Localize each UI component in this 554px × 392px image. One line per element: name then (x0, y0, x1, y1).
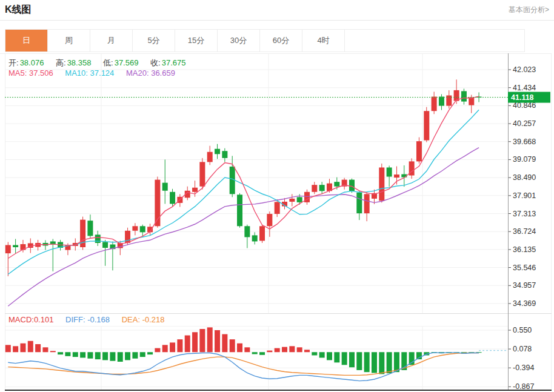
macd-histogram-bar (170, 342, 175, 352)
macd-histogram-bar (73, 352, 78, 357)
price-tick-label: 41.434 (513, 84, 536, 92)
macd-histogram-bar (20, 344, 25, 352)
candle-body (13, 245, 18, 247)
macd-histogram-bar (207, 327, 213, 352)
candle-body (132, 226, 138, 231)
macd-histogram-bar (185, 336, 190, 353)
macd-histogram-bar (50, 351, 56, 352)
price-tick-label: 37.901 (513, 191, 536, 200)
macd-histogram-bar (147, 352, 153, 354)
dea-line (8, 353, 479, 376)
macd-histogram-bar (356, 352, 362, 370)
candle-body (162, 183, 168, 191)
kline-chart-canvas[interactable]: 42.02341.43440.84640.25739.66839.07938.4… (0, 0, 554, 392)
macd-histogram-bar (379, 352, 384, 374)
candle-body (252, 235, 258, 241)
macd-histogram-bar (304, 350, 310, 352)
macd-histogram-bar (155, 348, 160, 353)
macd-histogram-bar (387, 352, 392, 373)
candle-body (244, 226, 250, 237)
macd-histogram-bar (87, 352, 93, 359)
candle-body (192, 188, 198, 192)
candle-body (461, 91, 467, 101)
macd-tick-label: -0.394 (513, 364, 534, 372)
candle-body (237, 194, 242, 226)
macd-histogram-bar (102, 352, 108, 360)
macd-histogram-bar (80, 352, 85, 357)
macd-histogram-bar (267, 351, 272, 353)
macd-histogram-bar (289, 346, 295, 352)
macd-histogram-bar (222, 334, 227, 353)
macd-histogram-bar (244, 347, 250, 352)
candle-body (394, 174, 399, 178)
candle-body (312, 185, 317, 192)
macd-histogram-bar (312, 352, 317, 355)
candle-body (222, 151, 227, 158)
candle-body (387, 167, 392, 176)
macd-histogram-bar (259, 352, 265, 355)
price-tick-label: 36.135 (513, 245, 536, 254)
candle-body (87, 221, 93, 236)
candle-body (349, 180, 355, 191)
price-tick-label: 36.724 (513, 227, 536, 236)
candle-body (297, 197, 302, 202)
candle-body (102, 242, 108, 248)
macd-histogram-bar (58, 352, 63, 354)
macd-histogram-bar (409, 352, 415, 365)
price-tick-label: 34.957 (513, 281, 536, 290)
candle-body (5, 245, 11, 253)
candle-body (319, 185, 325, 191)
candle-body (432, 97, 437, 111)
macd-histogram-bar (252, 352, 258, 354)
macd-histogram-bar (275, 348, 280, 353)
candle-body (267, 214, 272, 226)
candle-body (416, 141, 422, 161)
current-price-tag-value: 41.118 (511, 93, 534, 102)
candle-body (95, 234, 101, 243)
macd-histogram-bar (162, 345, 168, 352)
macd-histogram-bar (28, 341, 33, 352)
macd-histogram-bar (372, 352, 377, 373)
macd-histogram-bar (349, 352, 355, 367)
price-tick-label: 35.546 (513, 264, 536, 272)
candle-body (199, 162, 205, 186)
candle-body (364, 194, 370, 213)
macd-histogram-bar (177, 339, 182, 352)
macd-histogram-bar (42, 347, 48, 352)
macd-histogram-bar (364, 352, 370, 372)
macd-histogram-bar (334, 352, 339, 362)
candle-body (207, 152, 213, 162)
macd-histogram-bar (237, 344, 242, 352)
macd-histogram-bar (297, 347, 302, 352)
macd-histogram-bar (230, 339, 235, 352)
candle-body (356, 193, 362, 213)
macd-histogram-bar (319, 352, 325, 357)
macd-histogram-bar (282, 347, 287, 353)
price-tick-label: 37.313 (513, 210, 536, 218)
macd-histogram-bar (95, 352, 101, 359)
macd-histogram-bar (327, 352, 332, 360)
candle-body (289, 199, 295, 202)
candle-body (140, 226, 145, 232)
macd-histogram-bar (342, 352, 347, 365)
macd-histogram-bar (192, 332, 198, 352)
macd-histogram-bar (215, 330, 220, 352)
candle-body (424, 111, 429, 140)
macd-histogram-bar (5, 345, 11, 352)
macd-histogram-bar (13, 346, 18, 352)
chart-bottom-border (5, 390, 552, 391)
ma20-line (8, 148, 479, 307)
price-tick-label: 42.023 (513, 65, 536, 74)
macd-histogram-bar (132, 352, 138, 359)
kline-page: K线图 基本面分析> 日周月5分15分30分60分4时 开:38.076 高:3… (0, 0, 554, 392)
macd-histogram-bar (65, 352, 70, 356)
price-tick-label: 40.257 (513, 119, 536, 128)
candle-body (275, 202, 280, 214)
macd-tick-label: 0.550 (513, 326, 532, 334)
macd-histogram-bar (118, 352, 123, 362)
candle-body (170, 192, 175, 204)
macd-histogram-bar (110, 352, 115, 360)
candle-body (446, 95, 452, 105)
candle-body (379, 167, 384, 201)
macd-histogram-bar (140, 352, 145, 357)
